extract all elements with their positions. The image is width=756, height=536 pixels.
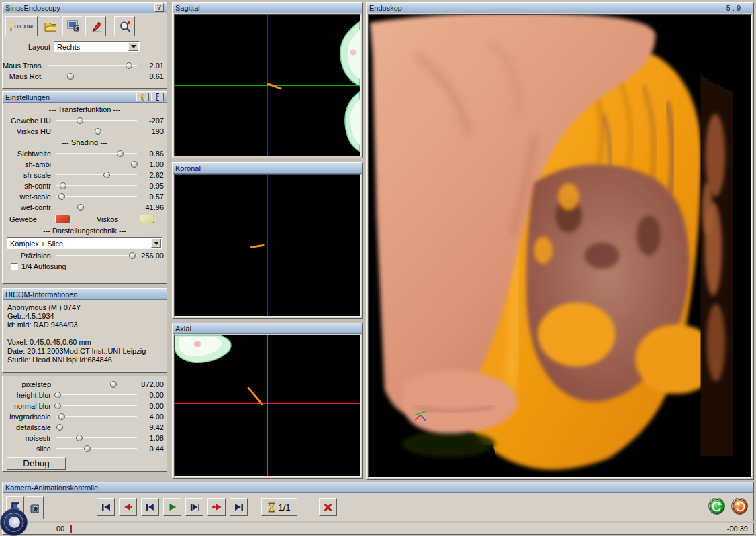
sagittal-canvas[interactable] — [174, 14, 361, 156]
slider-knob[interactable] — [67, 73, 74, 80]
layout-combobox[interactable]: Rechts — [54, 41, 140, 52]
help-button[interactable]: ? — [154, 3, 164, 12]
screenshot-button[interactable] — [62, 16, 83, 36]
endoskop-canvas[interactable] — [368, 14, 752, 478]
step-back-button[interactable] — [119, 498, 137, 516]
step-forward-icon — [212, 503, 221, 511]
slider-knob[interactable] — [56, 424, 63, 431]
slider-groove — [56, 405, 137, 406]
normal-blur-slider[interactable] — [55, 401, 138, 411]
sh-scale-slider[interactable] — [55, 170, 138, 180]
detailscale-slider[interactable] — [55, 423, 138, 432]
quarter-resolution-checkbox[interactable] — [11, 263, 18, 270]
pixelstep-slider[interactable] — [55, 380, 138, 389]
sh-ambi-slider[interactable] — [55, 160, 138, 169]
timeline-groove[interactable] — [73, 529, 710, 529]
slider-knob[interactable] — [131, 161, 138, 168]
endoscopy-3d-render — [369, 15, 751, 477]
gewebe-hu-slider[interactable] — [55, 116, 138, 125]
combo-arrow-button[interactable] — [151, 239, 161, 248]
slider-knob[interactable] — [77, 204, 84, 211]
viskos-hu-slider[interactable] — [55, 127, 138, 136]
resolution-checkbox-row: 1/4 Auflösung — [3, 261, 167, 272]
invgradscale-slider[interactable] — [55, 412, 138, 421]
render-params-panel: pixelstep 872.00 height blur 0.00 normal… — [2, 376, 167, 472]
study-line: Studie: Head.NNHspi id:684846 — [7, 356, 164, 364]
annotate-button[interactable] — [85, 16, 106, 36]
height-blur-slider[interactable] — [55, 390, 138, 400]
dicom-info-panel: DICOM-Informationen Anonymous (M ) 074Y … — [2, 288, 167, 373]
mouse-slider-group: Maus Trans. 2.01 Maus Rot. 0.61 — [3, 60, 167, 82]
slider-knob[interactable] — [126, 62, 132, 69]
step-forward-button[interactable] — [207, 498, 226, 516]
slider-knob[interactable] — [129, 252, 136, 259]
viskos-color-swatch[interactable] — [140, 215, 154, 223]
dicom-load-button[interactable]: DICOM — [5, 16, 38, 36]
slider-knob[interactable] — [117, 150, 124, 157]
next-keyframe-button[interactable] — [185, 498, 203, 516]
slider-knob[interactable] — [77, 117, 83, 124]
orbit-red-button[interactable] — [731, 498, 748, 515]
slider-knob[interactable] — [76, 435, 83, 441]
slider-value: 1.00 — [138, 160, 164, 168]
voxel-line: Voxel: 0.45,0.45,0.60 mm — [7, 338, 164, 347]
gewebe-color-swatch[interactable] — [55, 215, 70, 223]
crosshair-horizontal — [175, 85, 360, 86]
media-controls: 1/1 — [97, 498, 337, 516]
einstellungen-content: --- Transferfunktion --- Gewebe HU -207 … — [3, 104, 167, 272]
frame-counter-label: 1/1 — [278, 502, 291, 513]
shading-header: --- Shading --- — [3, 137, 167, 148]
slider-knob[interactable] — [95, 128, 101, 135]
panel-title: Endoskop — [369, 4, 402, 12]
delete-x-icon — [324, 503, 332, 512]
axial-canvas[interactable] — [174, 335, 361, 477]
combo-arrow-button[interactable] — [128, 42, 138, 51]
sichtweite-slider[interactable] — [55, 149, 138, 158]
slice-slider[interactable] — [55, 444, 138, 453]
load-settings-button[interactable] — [136, 93, 149, 101]
debug-button[interactable]: Debug — [7, 457, 66, 470]
technik-combobox[interactable]: Komplex + Slice — [7, 237, 162, 249]
search-button[interactable] — [114, 16, 135, 36]
save-settings-button[interactable] — [151, 93, 164, 101]
noisestr-slider[interactable] — [55, 433, 138, 443]
wet-scale-slider[interactable] — [55, 192, 138, 201]
skip-end-button[interactable] — [230, 498, 248, 516]
slider-knob[interactable] — [84, 445, 91, 452]
open-folder-button[interactable] — [40, 16, 60, 36]
slider-knob[interactable] — [54, 392, 61, 398]
prev-keyframe-button[interactable] — [141, 498, 159, 516]
slider-knob[interactable] — [58, 193, 65, 200]
snapshot-camera-button[interactable] — [26, 496, 44, 519]
frame-counter-button[interactable]: 1/1 — [261, 498, 297, 516]
delete-animation-button[interactable] — [319, 498, 337, 516]
slider-row: Maus Rot. 0.61 — [3, 71, 167, 82]
orbit-green-button[interactable] — [708, 498, 725, 515]
screenshot-camera-icon — [67, 20, 79, 32]
play-button[interactable] — [163, 498, 181, 516]
slider-knob[interactable] — [110, 381, 117, 388]
timeline-marker[interactable] — [70, 525, 72, 533]
slider-row: Sichtweite 0.86 — [3, 148, 167, 159]
slider-row: Präzision 256.00 — [3, 250, 167, 261]
crosshair-horizontal — [175, 403, 360, 404]
slider-value: 0.00 — [138, 391, 164, 399]
slider-label: Maus Rot. — [3, 72, 47, 81]
maus-trans-slider[interactable] — [47, 61, 138, 70]
dicom-info-text: Anonymous (M ) 074Y Geb.:4.5.1934 id: mi… — [7, 303, 164, 364]
birthdate-line: Geb.:4.5.1934 — [7, 312, 164, 321]
slider-knob[interactable] — [54, 403, 61, 409]
maus-rot-slider[interactable] — [47, 72, 138, 81]
skip-start-button[interactable] — [97, 498, 115, 516]
slider-knob[interactable] — [58, 413, 65, 420]
slider-row: detailscale 9.42 — [3, 422, 167, 433]
slider-groove — [56, 207, 137, 207]
slider-groove — [56, 174, 137, 175]
slider-label: noisestr — [3, 434, 55, 442]
slider-knob[interactable] — [60, 182, 66, 189]
wet-contr-slider[interactable] — [55, 203, 138, 212]
koronal-canvas[interactable] — [174, 174, 361, 317]
praezision-slider[interactable] — [55, 251, 138, 260]
sh-contr-slider[interactable] — [55, 181, 138, 191]
slider-knob[interactable] — [103, 172, 110, 178]
